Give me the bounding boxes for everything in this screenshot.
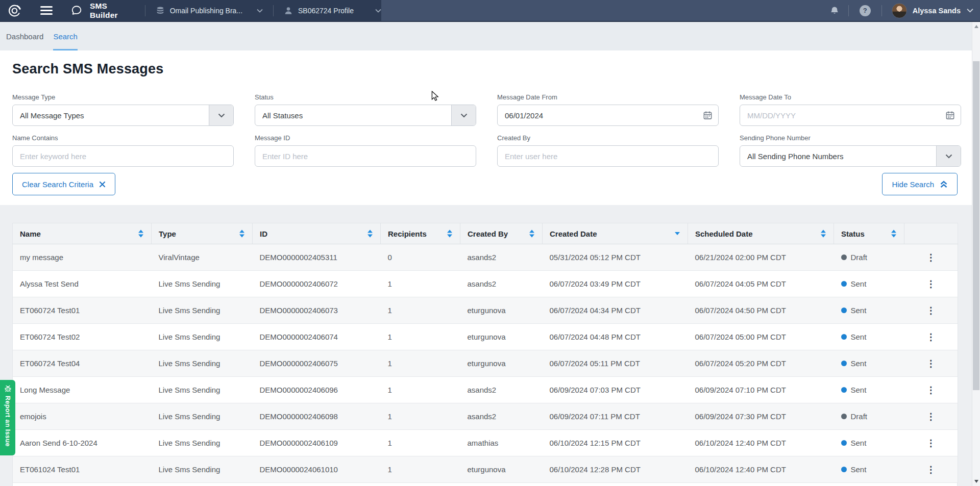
column-header[interactable]: Status — [834, 223, 904, 244]
kebab-menu-icon[interactable]: ⋮ — [926, 465, 936, 474]
column-header[interactable]: ID — [253, 223, 381, 244]
cell-actions: ⋮ — [904, 430, 958, 456]
hide-search-button[interactable]: Hide Search — [882, 173, 958, 195]
column-header[interactable]: Type — [152, 223, 253, 244]
field-name-contains: Name Contains — [12, 134, 234, 167]
cell-created-date: 06/10/2024 12:15 PM CDT — [543, 430, 688, 456]
kebab-menu-icon[interactable]: ⋮ — [926, 439, 936, 448]
date-to-input[interactable] — [740, 105, 961, 125]
date-from-input[interactable] — [498, 105, 718, 125]
column-header[interactable]: Created By — [460, 223, 543, 244]
results-table: Name Type — [12, 223, 958, 483]
kebab-menu-icon[interactable]: ⋮ — [926, 306, 936, 315]
cell-name: Long Message — [13, 377, 152, 403]
user-avatar[interactable] — [892, 3, 907, 18]
cell-id: DEMO0000002406072 — [253, 271, 381, 297]
calendar-icon[interactable] — [945, 111, 955, 120]
table-row[interactable]: my message ViralVintage DEMO000000240531… — [13, 244, 958, 271]
field-label: Message Type — [12, 93, 234, 101]
divider — [848, 5, 849, 16]
hamburger-menu-icon[interactable] — [40, 6, 53, 15]
message-id-input[interactable] — [255, 146, 476, 166]
cell-type: Live Sms Sending — [152, 297, 253, 324]
clear-search-criteria-button[interactable]: Clear Search Criteria — [12, 173, 115, 195]
table-row[interactable]: Aaron Send 6-10-2024 Live Sms Sending DE… — [13, 430, 958, 456]
field-label: Created By — [497, 134, 719, 142]
created-by-field — [497, 145, 719, 167]
profile-dropdown[interactable]: SB062724 Profile — [284, 6, 381, 15]
cell-recipients: 1 — [381, 430, 460, 456]
report-an-issue-tab[interactable]: Report an Issue — [0, 380, 15, 455]
table-row[interactable]: ET060724 Test01 Live Sms Sending DEMO000… — [13, 297, 958, 324]
column-header-label: Status — [841, 229, 865, 238]
scroll-down-arrow-icon[interactable] — [974, 480, 978, 483]
help-icon[interactable]: ? — [860, 5, 871, 16]
status-dot-icon — [841, 467, 847, 472]
omeda-logo-icon — [7, 3, 22, 18]
cell-type: Live Sms Sending — [152, 271, 253, 297]
chevron-down-icon[interactable] — [967, 8, 973, 13]
field-message-id: Message ID — [255, 134, 476, 167]
brand-dropdown[interactable]: Omail Publishing Bra... — [156, 6, 263, 15]
cell-actions: ⋮ — [904, 324, 958, 350]
sending-phone-select[interactable]: All Sending Phone Numbers — [740, 145, 961, 167]
kebab-menu-icon[interactable]: ⋮ — [926, 253, 936, 262]
cell-status: Draft — [834, 244, 904, 271]
message-type-select[interactable]: All Message Types — [12, 105, 234, 126]
table-row[interactable]: ET061024 Test01 Live Sms Sending DEMO000… — [13, 456, 958, 483]
cell-created-date: 06/07/2024 03:49 PM CDT — [543, 271, 688, 297]
tab-bar: Dashboard Search — [0, 22, 980, 50]
chevron-down-icon — [218, 113, 225, 118]
cell-actions: ⋮ — [904, 244, 958, 271]
tab-search[interactable]: Search — [53, 22, 78, 50]
status-badge: Draft — [841, 412, 868, 421]
cell-created-by: eturgunova — [460, 297, 543, 324]
cell-type: ViralVintage — [152, 244, 253, 271]
cell-id: DEMO0000002406073 — [253, 297, 381, 324]
kebab-menu-icon[interactable]: ⋮ — [926, 359, 936, 368]
cell-type: Live Sms Sending — [152, 324, 253, 350]
cell-status: Draft — [834, 403, 904, 430]
cell-scheduled-date: 06/09/2024 07:30 PM CDT — [688, 403, 834, 430]
cell-status: Sent — [834, 324, 904, 350]
table-row[interactable]: emojois Live Sms Sending DEMO00000024060… — [13, 403, 958, 430]
name-contains-input[interactable] — [13, 146, 233, 166]
cell-scheduled-date: 06/07/2024 05:00 PM CDT — [688, 324, 834, 350]
cell-id: DEMO0000002406109 — [253, 430, 381, 456]
created-by-input[interactable] — [498, 146, 718, 166]
kebab-menu-icon[interactable]: ⋮ — [926, 332, 936, 342]
column-header[interactable]: Scheduled Date — [688, 223, 834, 244]
navbar-dark-section: SMS Builder Omail Publishing Bra... SB06… — [0, 0, 381, 21]
calendar-icon[interactable] — [703, 111, 713, 120]
table-row[interactable]: Alyssa Test Send Live Sms Sending DEMO00… — [13, 271, 958, 297]
kebab-menu-icon[interactable]: ⋮ — [926, 386, 936, 395]
table-row[interactable]: ET060724 Test02 Live Sms Sending DEMO000… — [13, 324, 958, 350]
select-chevron-button[interactable] — [451, 105, 476, 125]
scrollbar-thumb[interactable] — [973, 61, 979, 390]
column-header[interactable] — [904, 223, 958, 244]
tab-dashboard[interactable]: Dashboard — [6, 22, 43, 50]
vertical-scrollbar[interactable] — [972, 22, 980, 486]
cell-created-date: 05/31/2024 05:12 PM CDT — [543, 244, 688, 271]
cell-recipients: 1 — [381, 271, 460, 297]
cell-actions: ⋮ — [904, 350, 958, 377]
select-chevron-button[interactable] — [936, 146, 961, 166]
status-select[interactable]: All Statuses — [255, 105, 476, 126]
select-chevron-button[interactable] — [209, 105, 233, 125]
field-sending-phone: Sending Phone Number All Sending Phone N… — [740, 134, 961, 167]
user-name[interactable]: Alyssa Sands — [913, 7, 961, 15]
status-label: Sent — [851, 439, 867, 447]
kebab-menu-icon[interactable]: ⋮ — [926, 279, 936, 289]
cell-scheduled-date: 06/10/2024 12:40 PM CDT — [688, 456, 834, 483]
column-header[interactable]: Recipients — [381, 223, 460, 244]
kebab-menu-icon[interactable]: ⋮ — [926, 412, 936, 421]
column-header[interactable]: Created Date — [543, 223, 688, 244]
table-row[interactable]: Long Message Live Sms Sending DEMO000000… — [13, 377, 958, 403]
scroll-up-arrow-icon[interactable] — [974, 25, 978, 28]
cell-name: Aaron Send 6-10-2024 — [13, 430, 152, 456]
cell-created-by: eturgunova — [460, 456, 543, 483]
notification-bell-icon[interactable] — [829, 5, 840, 16]
cell-type: Live Sms Sending — [152, 430, 253, 456]
column-header[interactable]: Name — [13, 223, 152, 244]
table-row[interactable]: ET060724 Test04 Live Sms Sending DEMO000… — [13, 350, 958, 377]
